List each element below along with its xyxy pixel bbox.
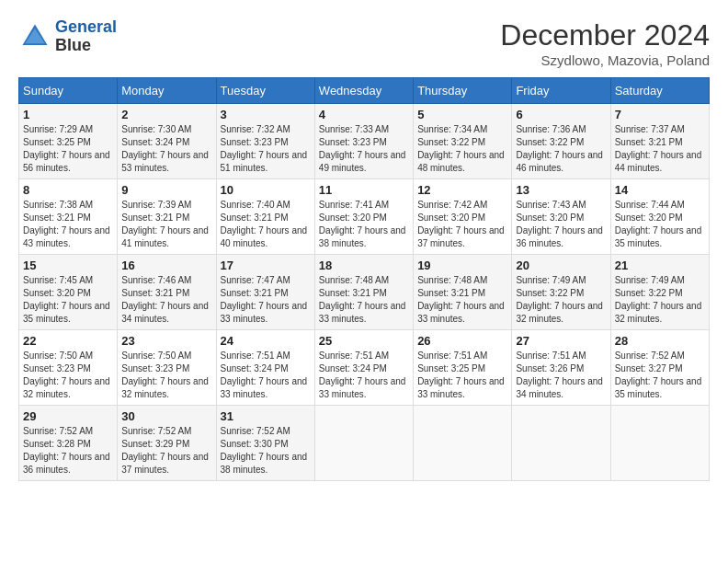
day-number: 5 xyxy=(417,108,507,121)
day-cell: 9 Sunrise: 7:39 AM Sunset: 3:21 PM Dayli… xyxy=(118,179,216,255)
col-header-monday: Monday xyxy=(118,78,216,104)
title-block: December 2024 Szydlowo, Mazovia, Poland xyxy=(500,18,710,68)
col-header-thursday: Thursday xyxy=(414,78,512,104)
day-info: Sunrise: 7:40 AM Sunset: 3:21 PM Dayligh… xyxy=(221,199,311,250)
day-cell: 2 Sunrise: 7:30 AM Sunset: 3:24 PM Dayli… xyxy=(118,104,216,179)
day-number: 4 xyxy=(319,108,409,121)
day-info: Sunrise: 7:44 AM Sunset: 3:20 PM Dayligh… xyxy=(615,199,705,250)
day-number: 18 xyxy=(319,259,409,272)
day-info: Sunrise: 7:51 AM Sunset: 3:24 PM Dayligh… xyxy=(319,350,409,401)
day-number: 8 xyxy=(23,183,113,197)
day-cell: 23 Sunrise: 7:50 AM Sunset: 3:23 PM Dayl… xyxy=(118,330,216,406)
day-info: Sunrise: 7:48 AM Sunset: 3:21 PM Dayligh… xyxy=(319,274,409,326)
day-cell: 1 Sunrise: 7:29 AM Sunset: 3:25 PM Dayli… xyxy=(19,104,118,179)
day-info: Sunrise: 7:29 AM Sunset: 3:25 PM Dayligh… xyxy=(23,123,113,175)
day-info: Sunrise: 7:46 AM Sunset: 3:21 PM Dayligh… xyxy=(121,274,211,326)
day-number: 13 xyxy=(516,183,606,197)
day-info: Sunrise: 7:33 AM Sunset: 3:23 PM Dayligh… xyxy=(319,123,409,175)
day-cell: 31 Sunrise: 7:52 AM Sunset: 3:30 PM Dayl… xyxy=(216,406,314,481)
day-number: 2 xyxy=(121,108,211,121)
day-cell: 6 Sunrise: 7:36 AM Sunset: 3:22 PM Dayli… xyxy=(512,104,610,179)
day-cell: 13 Sunrise: 7:43 AM Sunset: 3:20 PM Dayl… xyxy=(512,179,610,255)
day-cell: 5 Sunrise: 7:34 AM Sunset: 3:22 PM Dayli… xyxy=(414,104,512,179)
day-cell: 22 Sunrise: 7:50 AM Sunset: 3:23 PM Dayl… xyxy=(19,330,118,406)
day-info: Sunrise: 7:41 AM Sunset: 3:20 PM Dayligh… xyxy=(319,199,409,250)
day-cell: 27 Sunrise: 7:51 AM Sunset: 3:26 PM Dayl… xyxy=(512,330,610,406)
day-number: 29 xyxy=(23,409,113,423)
day-cell: 17 Sunrise: 7:47 AM Sunset: 3:21 PM Dayl… xyxy=(216,255,314,330)
day-cell xyxy=(610,406,709,481)
day-cell: 8 Sunrise: 7:38 AM Sunset: 3:21 PM Dayli… xyxy=(19,179,118,255)
day-info: Sunrise: 7:51 AM Sunset: 3:24 PM Dayligh… xyxy=(221,350,311,401)
day-cell: 4 Sunrise: 7:33 AM Sunset: 3:23 PM Dayli… xyxy=(314,104,413,179)
day-cell: 18 Sunrise: 7:48 AM Sunset: 3:21 PM Dayl… xyxy=(314,255,413,330)
day-cell: 14 Sunrise: 7:44 AM Sunset: 3:20 PM Dayl… xyxy=(610,179,709,255)
day-info: Sunrise: 7:38 AM Sunset: 3:21 PM Dayligh… xyxy=(23,199,113,250)
day-info: Sunrise: 7:30 AM Sunset: 3:24 PM Dayligh… xyxy=(121,123,211,175)
calendar-header-row: SundayMondayTuesdayWednesdayThursdayFrid… xyxy=(19,78,710,104)
day-number: 11 xyxy=(319,183,409,197)
week-row-3: 15 Sunrise: 7:45 AM Sunset: 3:20 PM Dayl… xyxy=(19,255,710,330)
day-number: 7 xyxy=(615,108,705,121)
day-number: 22 xyxy=(23,334,113,348)
month-title: December 2024 xyxy=(500,18,710,52)
day-cell: 25 Sunrise: 7:51 AM Sunset: 3:24 PM Dayl… xyxy=(314,330,413,406)
day-number: 24 xyxy=(221,334,311,348)
day-info: Sunrise: 7:36 AM Sunset: 3:22 PM Dayligh… xyxy=(516,123,606,175)
day-cell: 26 Sunrise: 7:51 AM Sunset: 3:25 PM Dayl… xyxy=(414,330,512,406)
day-info: Sunrise: 7:39 AM Sunset: 3:21 PM Dayligh… xyxy=(121,199,211,250)
col-header-sunday: Sunday xyxy=(19,78,118,104)
day-number: 9 xyxy=(121,183,211,197)
day-info: Sunrise: 7:52 AM Sunset: 3:30 PM Dayligh… xyxy=(221,425,311,477)
day-info: Sunrise: 7:51 AM Sunset: 3:25 PM Dayligh… xyxy=(417,350,507,401)
day-number: 19 xyxy=(417,259,507,272)
day-info: Sunrise: 7:37 AM Sunset: 3:21 PM Dayligh… xyxy=(615,123,705,175)
day-number: 3 xyxy=(221,108,311,121)
day-info: Sunrise: 7:43 AM Sunset: 3:20 PM Dayligh… xyxy=(516,199,606,250)
logo-text: General Blue xyxy=(55,18,117,55)
day-info: Sunrise: 7:45 AM Sunset: 3:20 PM Dayligh… xyxy=(23,274,113,326)
logo-icon xyxy=(18,20,51,53)
day-info: Sunrise: 7:52 AM Sunset: 3:28 PM Dayligh… xyxy=(23,425,113,477)
day-cell: 24 Sunrise: 7:51 AM Sunset: 3:24 PM Dayl… xyxy=(216,330,314,406)
day-cell: 21 Sunrise: 7:49 AM Sunset: 3:22 PM Dayl… xyxy=(610,255,709,330)
col-header-tuesday: Tuesday xyxy=(216,78,314,104)
col-header-wednesday: Wednesday xyxy=(314,78,413,104)
day-cell: 28 Sunrise: 7:52 AM Sunset: 3:27 PM Dayl… xyxy=(610,330,709,406)
day-info: Sunrise: 7:50 AM Sunset: 3:23 PM Dayligh… xyxy=(121,350,211,401)
day-info: Sunrise: 7:52 AM Sunset: 3:27 PM Dayligh… xyxy=(615,350,705,401)
day-number: 26 xyxy=(417,334,507,348)
week-row-1: 1 Sunrise: 7:29 AM Sunset: 3:25 PM Dayli… xyxy=(19,104,710,179)
day-number: 21 xyxy=(615,259,705,272)
day-number: 28 xyxy=(615,334,705,348)
day-info: Sunrise: 7:32 AM Sunset: 3:23 PM Dayligh… xyxy=(221,123,311,175)
day-number: 25 xyxy=(319,334,409,348)
day-cell: 3 Sunrise: 7:32 AM Sunset: 3:23 PM Dayli… xyxy=(216,104,314,179)
day-number: 17 xyxy=(221,259,311,272)
day-cell: 12 Sunrise: 7:42 AM Sunset: 3:20 PM Dayl… xyxy=(414,179,512,255)
day-number: 31 xyxy=(221,409,311,423)
day-number: 20 xyxy=(516,259,606,272)
day-cell xyxy=(314,406,413,481)
calendar-table: SundayMondayTuesdayWednesdayThursdayFrid… xyxy=(18,77,710,481)
day-cell: 10 Sunrise: 7:40 AM Sunset: 3:21 PM Dayl… xyxy=(216,179,314,255)
day-number: 15 xyxy=(23,259,113,272)
page-header: General Blue December 2024 Szydlowo, Maz… xyxy=(18,18,710,68)
day-cell xyxy=(414,406,512,481)
day-number: 16 xyxy=(121,259,211,272)
day-number: 27 xyxy=(516,334,606,348)
week-row-4: 22 Sunrise: 7:50 AM Sunset: 3:23 PM Dayl… xyxy=(19,330,710,406)
day-number: 23 xyxy=(121,334,211,348)
day-cell xyxy=(512,406,610,481)
day-info: Sunrise: 7:34 AM Sunset: 3:22 PM Dayligh… xyxy=(417,123,507,175)
day-info: Sunrise: 7:42 AM Sunset: 3:20 PM Dayligh… xyxy=(417,199,507,250)
day-cell: 11 Sunrise: 7:41 AM Sunset: 3:20 PM Dayl… xyxy=(314,179,413,255)
day-info: Sunrise: 7:50 AM Sunset: 3:23 PM Dayligh… xyxy=(23,350,113,401)
day-cell: 29 Sunrise: 7:52 AM Sunset: 3:28 PM Dayl… xyxy=(19,406,118,481)
day-info: Sunrise: 7:47 AM Sunset: 3:21 PM Dayligh… xyxy=(221,274,311,326)
day-number: 30 xyxy=(121,409,211,423)
day-cell: 16 Sunrise: 7:46 AM Sunset: 3:21 PM Dayl… xyxy=(118,255,216,330)
day-cell: 30 Sunrise: 7:52 AM Sunset: 3:29 PM Dayl… xyxy=(118,406,216,481)
day-number: 12 xyxy=(417,183,507,197)
day-info: Sunrise: 7:49 AM Sunset: 3:22 PM Dayligh… xyxy=(615,274,705,326)
